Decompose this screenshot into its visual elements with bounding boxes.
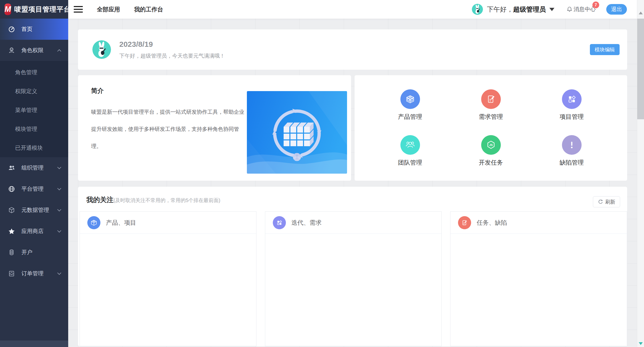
follow-card-header: 任务、缺陷 [450, 212, 627, 234]
sidebar-item-platform[interactable]: 平台管理 [0, 178, 68, 200]
sidebar-item-label: 组织管理 [21, 164, 44, 172]
chevron-down-icon [57, 208, 61, 212]
module-requirement-management[interactable]: 需求管理 [450, 82, 531, 128]
app-logo: M 唛盟项目管理平台 [0, 0, 68, 19]
cube-icon [8, 207, 15, 214]
organization-icon [8, 164, 15, 171]
sidebar-item-roles[interactable]: 角色权限 [0, 40, 68, 61]
main-content: 2023/8/19 下午好，超级管理员，今天也要元气满满哦！ 模块编辑 简介 唛… [68, 19, 637, 347]
follow-card-iterations-requirements[interactable]: 迭代、需求 [265, 211, 442, 346]
hamburger-menu-icon[interactable] [74, 4, 83, 14]
product-cube-icon [87, 216, 100, 229]
follow-card-header: 迭代、需求 [265, 212, 442, 234]
sidebar-item-label: 首页 [21, 25, 32, 33]
follow-card-title: 任务、缺陷 [477, 219, 507, 227]
sidebar-item-account-opening[interactable]: 开户 [0, 242, 68, 263]
message-center-button[interactable]: 消息中心 7 [566, 6, 596, 13]
globe-icon [8, 185, 15, 192]
svg-text:JS: JS [489, 143, 493, 146]
welcome-message: 下午好，超级管理员，今天也要元气满满哦！ [119, 52, 225, 59]
module-label: 产品管理 [398, 113, 422, 121]
sidebar-item-orders[interactable]: 订单管理 [0, 263, 68, 284]
sidebar-item-label: 元数据管理 [21, 206, 49, 214]
welcome-avatar [92, 40, 111, 59]
sidebar-item-label: 平台管理 [21, 185, 44, 193]
tab-my-workbench[interactable]: 我的工作台 [134, 6, 163, 13]
sidebar-subitem-permission-definition[interactable]: 权限定义 [0, 82, 68, 101]
star-icon [8, 228, 15, 235]
sidebar-subitem-opened-modules[interactable]: 已开通模块 [0, 138, 68, 157]
sidebar-item-label: 角色权限 [21, 47, 44, 54]
order-icon [8, 270, 15, 277]
refresh-button[interactable]: 刷新 [593, 196, 620, 207]
follow-title: 我的关注 [86, 195, 113, 204]
module-defect-management[interactable]: 缺陷管理 [531, 128, 612, 174]
module-label: 团队管理 [398, 159, 422, 167]
app-title: 唛盟项目管理平台 [14, 5, 71, 14]
message-center-label: 消息中心 [574, 6, 596, 13]
sidebar-item-label: 开户 [21, 249, 32, 256]
sidebar-subitem-module-management[interactable]: 模块管理 [0, 120, 68, 138]
logout-button[interactable]: 退出 [606, 4, 627, 15]
follow-card-products-projects[interactable]: 产品、项目 [80, 211, 256, 346]
scrollbar-thumb[interactable] [637, 19, 644, 119]
module-project-management[interactable]: 项目管理 [531, 82, 612, 128]
sidebar-subitem-label: 已开通模块 [15, 144, 43, 152]
follow-card-tasks-defects[interactable]: 任务、缺陷 [450, 211, 627, 346]
user-greeting-dropdown[interactable]: 下午好， 超级管理员 [487, 5, 554, 14]
welcome-date: 2023/8/19 [119, 40, 225, 49]
module-label: 开发任务 [479, 159, 503, 167]
welcome-card: 2023/8/19 下午好，超级管理员，今天也要元气满满哦！ 模块编辑 [78, 29, 627, 70]
module-label: 需求管理 [479, 113, 503, 121]
app-page: M 唛盟项目管理平台 首页 角色权限 角色管理 [0, 0, 644, 347]
scrollbar-down-arrow-icon[interactable] [639, 342, 643, 345]
follow-card-title: 产品、项目 [106, 219, 136, 227]
chevron-down-icon [57, 186, 61, 190]
sidebar-subitem-label: 菜单管理 [15, 106, 37, 114]
sidebar-subitem-menu-management[interactable]: 菜单管理 [0, 101, 68, 120]
module-label: 缺陷管理 [560, 159, 584, 167]
second-row: 简介 唛盟是新一代项目管理平台，提供一站式研发协作工具，帮助企业提升研发效能，使… [78, 75, 627, 181]
bell-icon [566, 6, 573, 12]
vertical-scrollbar[interactable] [637, 0, 644, 347]
chevron-down-icon [57, 271, 61, 275]
module-dev-tasks[interactable]: JS 开发任务 [450, 128, 531, 174]
follow-cards-row: 产品、项目 迭代、需求 任务 [80, 211, 627, 346]
sidebar-subitem-role-management[interactable]: 角色管理 [0, 63, 68, 82]
user-avatar[interactable] [472, 4, 483, 15]
chevron-down-icon [57, 229, 61, 233]
scrollbar-up-arrow-icon[interactable] [639, 12, 643, 14]
modules-card: 产品管理 需求管理 项目管理 [355, 75, 627, 181]
follow-card-title: 迭代、需求 [291, 219, 322, 227]
follow-subtitle: (及时取消关注不常用的，常用的5个排在最前面) [113, 197, 220, 204]
sidebar-subitem-label: 模块管理 [15, 125, 37, 133]
project-grid-icon [562, 89, 582, 109]
follow-card-header: 产品、项目 [80, 212, 256, 234]
dashboard-icon [8, 26, 15, 33]
role-icon [8, 47, 15, 54]
tab-all-apps[interactable]: 全部应用 [97, 6, 120, 13]
sidebar-item-organization[interactable]: 组织管理 [0, 157, 68, 178]
welcome-text-block: 2023/8/19 下午好，超级管理员，今天也要元气满满哦！ [119, 40, 225, 59]
message-count-badge: 7 [592, 2, 599, 8]
my-follow-section: 我的关注 (及时取消关注不常用的，常用的5个排在最前面) 刷新 产品、项目 [78, 187, 627, 346]
chevron-down-icon [57, 165, 61, 169]
sidebar-item-home[interactable]: 首页 [0, 19, 68, 40]
refresh-label: 刷新 [605, 199, 615, 205]
requirement-doc-icon [481, 89, 501, 109]
module-team-management[interactable]: 团队管理 [370, 128, 450, 174]
intro-illustration [247, 91, 347, 174]
sidebar-subitem-label: 权限定义 [15, 88, 37, 95]
product-cube-icon [400, 89, 420, 109]
sidebar-item-label: 应用商店 [21, 227, 44, 235]
sidebar-item-label: 订单管理 [21, 270, 44, 277]
sidebar-item-app-store[interactable]: 应用商店 [0, 221, 68, 242]
logo-icon: M [5, 4, 11, 15]
defect-exclaim-icon [562, 135, 582, 155]
module-edit-button[interactable]: 模块编辑 [590, 44, 620, 55]
sidebar-item-metadata[interactable]: 元数据管理 [0, 200, 68, 221]
sidebar-subitem-label: 角色管理 [15, 69, 37, 76]
module-product-management[interactable]: 产品管理 [370, 82, 450, 128]
sidebar-menu: 首页 角色权限 角色管理 权限定义 菜单管理 [0, 19, 68, 284]
header-right-cluster: 下午好， 超级管理员 消息中心 7 退出 [472, 4, 637, 15]
